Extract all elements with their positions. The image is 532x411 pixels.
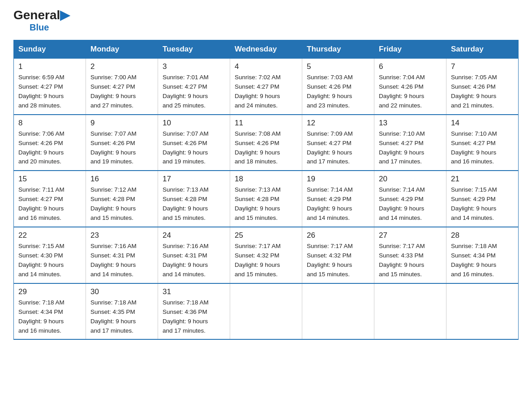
logo-blue-text: Blue [30, 22, 49, 33]
calendar-week-row: 8Sunrise: 7:06 AMSunset: 4:26 PMDaylight… [14, 115, 519, 171]
day-number: 5 [307, 62, 369, 71]
calendar-cell: 18Sunrise: 7:13 AMSunset: 4:28 PMDayligh… [230, 171, 302, 227]
day-number: 9 [90, 119, 153, 128]
calendar-cell: 28Sunrise: 7:18 AMSunset: 4:34 PMDayligh… [446, 227, 519, 283]
day-number: 31 [163, 287, 225, 296]
day-number: 27 [379, 231, 442, 240]
day-number: 24 [163, 231, 225, 240]
day-info: Sunrise: 7:17 AMSunset: 4:32 PMDaylight:… [235, 242, 297, 279]
day-info: Sunrise: 7:18 AMSunset: 4:34 PMDaylight:… [18, 298, 81, 336]
calendar-header-row: SundayMondayTuesdayWednesdayThursdayFrid… [14, 40, 519, 59]
calendar-cell [446, 283, 519, 340]
day-number: 1 [18, 62, 81, 71]
calendar-cell: 20Sunrise: 7:14 AMSunset: 4:29 PMDayligh… [374, 171, 446, 227]
calendar-week-row: 1Sunrise: 6:59 AMSunset: 4:27 PMDaylight… [14, 59, 519, 115]
calendar-cell: 19Sunrise: 7:14 AMSunset: 4:29 PMDayligh… [302, 171, 374, 227]
logo-general: General▶ [13, 9, 70, 21]
day-info: Sunrise: 7:03 AMSunset: 4:26 PMDaylight:… [307, 73, 369, 111]
day-info: Sunrise: 7:18 AMSunset: 4:34 PMDaylight:… [451, 242, 514, 279]
column-header-tuesday: Tuesday [158, 40, 230, 59]
day-info: Sunrise: 7:07 AMSunset: 4:26 PMDaylight:… [90, 129, 153, 167]
calendar-cell [230, 283, 302, 340]
day-number: 8 [18, 119, 81, 128]
page-header: General▶ Blue [13, 9, 519, 33]
day-info: Sunrise: 7:13 AMSunset: 4:28 PMDaylight:… [235, 185, 297, 223]
day-number: 7 [451, 62, 514, 71]
calendar-cell: 31Sunrise: 7:18 AMSunset: 4:36 PMDayligh… [158, 283, 230, 340]
calendar-week-row: 15Sunrise: 7:11 AMSunset: 4:27 PMDayligh… [14, 171, 519, 227]
day-number: 18 [235, 175, 297, 184]
calendar-week-row: 22Sunrise: 7:15 AMSunset: 4:30 PMDayligh… [14, 227, 519, 283]
day-info: Sunrise: 7:17 AMSunset: 4:32 PMDaylight:… [307, 242, 369, 279]
calendar-cell: 5Sunrise: 7:03 AMSunset: 4:26 PMDaylight… [302, 59, 374, 115]
calendar-cell: 10Sunrise: 7:07 AMSunset: 4:26 PMDayligh… [158, 115, 230, 171]
day-number: 6 [379, 62, 442, 71]
day-number: 28 [451, 231, 514, 240]
day-info: Sunrise: 7:18 AMSunset: 4:35 PMDaylight:… [90, 298, 153, 336]
calendar-cell: 1Sunrise: 6:59 AMSunset: 4:27 PMDaylight… [14, 59, 86, 115]
day-info: Sunrise: 7:06 AMSunset: 4:26 PMDaylight:… [18, 129, 81, 167]
calendar-week-row: 29Sunrise: 7:18 AMSunset: 4:34 PMDayligh… [14, 283, 519, 340]
day-info: Sunrise: 7:10 AMSunset: 4:27 PMDaylight:… [379, 129, 442, 167]
day-info: Sunrise: 7:00 AMSunset: 4:27 PMDaylight:… [90, 73, 153, 111]
day-number: 17 [163, 175, 225, 184]
day-info: Sunrise: 7:01 AMSunset: 4:27 PMDaylight:… [163, 73, 225, 111]
day-info: Sunrise: 7:14 AMSunset: 4:29 PMDaylight:… [379, 185, 442, 223]
calendar-cell: 14Sunrise: 7:10 AMSunset: 4:27 PMDayligh… [446, 115, 519, 171]
calendar-cell: 27Sunrise: 7:17 AMSunset: 4:33 PMDayligh… [374, 227, 446, 283]
day-info: Sunrise: 6:59 AMSunset: 4:27 PMDaylight:… [18, 73, 81, 111]
calendar-cell: 15Sunrise: 7:11 AMSunset: 4:27 PMDayligh… [14, 171, 86, 227]
day-number: 10 [163, 119, 225, 128]
column-header-friday: Friday [374, 40, 446, 59]
column-header-saturday: Saturday [446, 40, 519, 59]
calendar-cell: 6Sunrise: 7:04 AMSunset: 4:26 PMDaylight… [374, 59, 446, 115]
day-number: 20 [379, 175, 442, 184]
calendar-cell: 9Sunrise: 7:07 AMSunset: 4:26 PMDaylight… [86, 115, 158, 171]
day-number: 25 [235, 231, 297, 240]
day-info: Sunrise: 7:14 AMSunset: 4:29 PMDaylight:… [307, 185, 369, 223]
calendar-cell: 12Sunrise: 7:09 AMSunset: 4:27 PMDayligh… [302, 115, 374, 171]
day-number: 19 [307, 175, 369, 184]
calendar-cell: 25Sunrise: 7:17 AMSunset: 4:32 PMDayligh… [230, 227, 302, 283]
calendar-cell [374, 283, 446, 340]
day-info: Sunrise: 7:13 AMSunset: 4:28 PMDaylight:… [163, 185, 225, 223]
day-number: 30 [90, 287, 153, 296]
day-info: Sunrise: 7:10 AMSunset: 4:27 PMDaylight:… [451, 129, 514, 167]
calendar-cell: 26Sunrise: 7:17 AMSunset: 4:32 PMDayligh… [302, 227, 374, 283]
calendar-cell: 23Sunrise: 7:16 AMSunset: 4:31 PMDayligh… [86, 227, 158, 283]
calendar-cell: 8Sunrise: 7:06 AMSunset: 4:26 PMDaylight… [14, 115, 86, 171]
column-header-sunday: Sunday [14, 40, 86, 59]
day-info: Sunrise: 7:07 AMSunset: 4:26 PMDaylight:… [163, 129, 225, 167]
calendar-cell: 29Sunrise: 7:18 AMSunset: 4:34 PMDayligh… [14, 283, 86, 340]
day-info: Sunrise: 7:12 AMSunset: 4:28 PMDaylight:… [90, 185, 153, 223]
day-number: 26 [307, 231, 369, 240]
calendar-cell: 30Sunrise: 7:18 AMSunset: 4:35 PMDayligh… [86, 283, 158, 340]
day-number: 11 [235, 119, 297, 128]
day-info: Sunrise: 7:04 AMSunset: 4:26 PMDaylight:… [379, 73, 442, 111]
day-number: 22 [18, 231, 81, 240]
calendar-cell: 16Sunrise: 7:12 AMSunset: 4:28 PMDayligh… [86, 171, 158, 227]
calendar-cell: 3Sunrise: 7:01 AMSunset: 4:27 PMDaylight… [158, 59, 230, 115]
day-info: Sunrise: 7:15 AMSunset: 4:30 PMDaylight:… [18, 242, 81, 279]
calendar-cell: 22Sunrise: 7:15 AMSunset: 4:30 PMDayligh… [14, 227, 86, 283]
day-number: 15 [18, 175, 81, 184]
column-header-thursday: Thursday [302, 40, 374, 59]
day-info: Sunrise: 7:02 AMSunset: 4:27 PMDaylight:… [235, 73, 297, 111]
logo: General▶ Blue [13, 9, 70, 33]
calendar-cell: 11Sunrise: 7:08 AMSunset: 4:26 PMDayligh… [230, 115, 302, 171]
day-info: Sunrise: 7:09 AMSunset: 4:27 PMDaylight:… [307, 129, 369, 167]
calendar-cell: 21Sunrise: 7:15 AMSunset: 4:29 PMDayligh… [446, 171, 519, 227]
day-number: 4 [235, 62, 297, 71]
day-number: 29 [18, 287, 81, 296]
calendar-cell: 4Sunrise: 7:02 AMSunset: 4:27 PMDaylight… [230, 59, 302, 115]
day-info: Sunrise: 7:05 AMSunset: 4:26 PMDaylight:… [451, 73, 514, 111]
day-number: 13 [379, 119, 442, 128]
column-header-monday: Monday [86, 40, 158, 59]
calendar-cell: 13Sunrise: 7:10 AMSunset: 4:27 PMDayligh… [374, 115, 446, 171]
day-number: 23 [90, 231, 153, 240]
day-number: 21 [451, 175, 514, 184]
calendar-cell [302, 283, 374, 340]
day-number: 12 [307, 119, 369, 128]
column-header-wednesday: Wednesday [230, 40, 302, 59]
calendar-cell: 2Sunrise: 7:00 AMSunset: 4:27 PMDaylight… [86, 59, 158, 115]
